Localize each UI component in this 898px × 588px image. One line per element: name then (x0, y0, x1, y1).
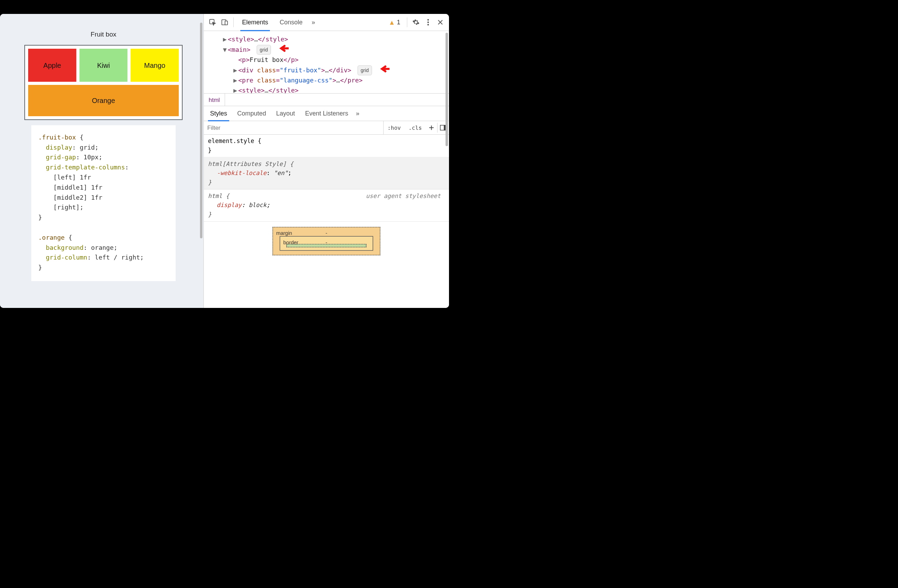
dom-node-pre[interactable]: ▶<pre class="language-css">…</pre> (212, 75, 446, 85)
grid-badge[interactable]: grid (257, 45, 271, 55)
svg-point-5 (427, 24, 429, 26)
dom-node-div-fruitbox[interactable]: ▶<div class="fruit-box">…</div> grid (212, 65, 446, 75)
box-model-diagram[interactable]: margin - border - (204, 222, 449, 256)
tab-elements[interactable]: Elements (237, 14, 273, 31)
svg-point-4 (427, 22, 429, 23)
dom-node-p[interactable]: <p>Fruit box</p> (212, 55, 446, 65)
styles-rules-pane[interactable]: element.style { } html[Attributes Style]… (204, 135, 449, 308)
hov-toggle[interactable]: :hov (384, 121, 405, 134)
styles-filter-bar: :hov .cls (204, 121, 449, 135)
arrow-icon (378, 65, 389, 73)
cls-toggle[interactable]: .cls (404, 121, 426, 134)
arrow-icon (278, 44, 289, 52)
kebab-menu-icon[interactable] (423, 17, 434, 28)
boxmodel-border-label: border (283, 238, 298, 246)
rule-element-style[interactable]: element.style { } (204, 135, 449, 158)
subtab-styles[interactable]: Styles (206, 106, 232, 121)
breadcrumb-bar: html (204, 94, 449, 106)
styles-filter-input[interactable] (204, 121, 383, 134)
styles-subtabs: Styles Computed Layout Event Listeners » (204, 106, 449, 121)
subtab-more[interactable]: » (354, 106, 361, 121)
preview-title: Fruit box (25, 31, 183, 38)
grid-badge[interactable]: grid (358, 65, 372, 75)
svg-point-3 (427, 19, 429, 21)
preview-pane: Fruit box Apple Kiwi Mango Orange .fruit… (0, 14, 203, 308)
gear-icon[interactable] (411, 17, 421, 28)
fruit-kiwi: Kiwi (79, 49, 127, 82)
fruit-box-grid: Apple Kiwi Mango Orange (25, 45, 183, 120)
fruit-orange: Orange (28, 85, 179, 116)
devtools-scrollbar[interactable] (446, 33, 448, 146)
dom-node-main[interactable]: ▼<main> grid (212, 44, 446, 55)
close-icon[interactable] (435, 17, 446, 28)
warning-count: 1 (397, 19, 400, 26)
subtab-computed[interactable]: Computed (233, 106, 271, 121)
tab-more[interactable]: » (309, 14, 318, 31)
ua-stylesheet-note: user agent stylesheet (366, 191, 441, 200)
fruit-mango: Mango (131, 49, 179, 82)
preview-scrollbar[interactable] (200, 23, 202, 299)
dom-node-style2[interactable]: ▶<style>…</style> (212, 85, 446, 94)
new-style-rule-icon[interactable] (426, 121, 437, 134)
subtab-layout[interactable]: Layout (272, 106, 300, 121)
devtools-pane: Elements Console » ▲ 1 ▶<style>…</style> (203, 14, 449, 308)
tab-console[interactable]: Console (275, 14, 308, 31)
warning-icon: ▲ (389, 18, 395, 26)
inspect-icon[interactable] (207, 17, 218, 28)
css-code-block: .fruit-box { display: grid; grid-gap: 10… (31, 125, 175, 281)
rule-html-ua[interactable]: html { user agent stylesheet display: bl… (204, 189, 449, 222)
svg-rect-2 (225, 21, 228, 25)
rule-html-attributes[interactable]: html[Attributes Style] { -webkit-locale:… (204, 158, 449, 189)
subtab-event-listeners[interactable]: Event Listeners (300, 106, 353, 121)
fruit-apple: Apple (28, 49, 76, 82)
warning-badge[interactable]: ▲ 1 (385, 18, 403, 26)
app-window: Fruit box Apple Kiwi Mango Orange .fruit… (0, 14, 449, 308)
dom-node-style[interactable]: ▶<style>…</style> (212, 34, 446, 44)
device-toggle-icon[interactable] (220, 17, 230, 28)
breadcrumb-html[interactable]: html (204, 94, 225, 106)
devtools-toolbar: Elements Console » ▲ 1 (204, 14, 449, 31)
dom-tree[interactable]: ▶<style>…</style> ▼<main> grid <p>Fruit … (204, 31, 449, 94)
